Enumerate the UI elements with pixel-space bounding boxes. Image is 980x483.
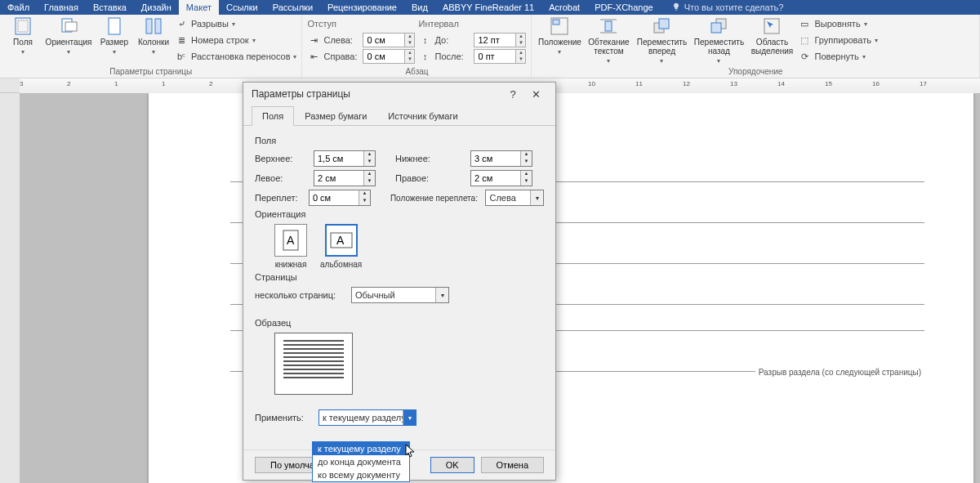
menu-abbyy[interactable]: ABBYY FineReader 11 (435, 0, 541, 15)
apply-option-whole-doc[interactable]: ко всему документу (313, 468, 409, 481)
group-label-paragraph: Абзац (307, 67, 526, 78)
size-icon (105, 16, 124, 36)
spacing-header: Интервал (418, 16, 526, 31)
bottom-margin-label: Нижнее: (395, 154, 464, 163)
orientation-button[interactable]: Ориентация▾ (44, 16, 93, 56)
line-numbers-icon: ≣ (175, 34, 188, 47)
margins-button[interactable]: Поля▾ (5, 16, 41, 56)
position-button[interactable]: Положение▾ (537, 16, 582, 56)
group-label-page-setup: Параметры страницы (5, 67, 296, 78)
send-backward-button[interactable]: Переместить назад▾ (692, 16, 746, 65)
orientation-landscape[interactable]: A альбомная (320, 224, 362, 269)
bring-forward-icon (652, 16, 671, 36)
breaks-icon: ⤶ (175, 17, 188, 30)
hyphenation-icon: bᶜ (175, 50, 188, 63)
lightbulb-icon (671, 2, 681, 12)
breaks-button[interactable]: ⤶Разрывы ▾ (175, 16, 296, 31)
apply-to-select[interactable]: к текущему разделу▾ (318, 409, 416, 426)
left-margin-label: Левое: (255, 173, 307, 183)
menu-home[interactable]: Главная (37, 0, 86, 15)
gutter-pos-label: Положение переплета: (390, 194, 479, 203)
top-margin-input[interactable]: ▲▼ (314, 150, 376, 167)
wrap-text-button[interactable]: Обтекание текстом▾ (586, 16, 631, 65)
multi-pages-label: несколько страниц: (255, 290, 345, 300)
right-margin-label: Правое: (395, 173, 464, 183)
line-numbers-button[interactable]: ≣Номера строк ▾ (175, 33, 296, 47)
indent-left-input[interactable]: ▲▼ (363, 33, 415, 47)
align-button[interactable]: ▭Выровнять ▾ (798, 16, 878, 31)
group-page-setup: Поля▾ Ориентация▾ Размер▾ Колонки▾ ⤶Разр… (0, 15, 302, 78)
orientation-icon (59, 16, 78, 36)
menu-design[interactable]: Дизайн (134, 0, 179, 15)
tab-paper[interactable]: Размер бумаги (294, 106, 377, 126)
group-arrange: Положение▾ Обтекание текстом▾ Переместит… (532, 15, 980, 78)
space-before-icon: ↕ (418, 34, 431, 47)
svg-text:A: A (336, 234, 345, 247)
close-button[interactable]: ✕ (524, 88, 547, 101)
menu-review[interactable]: Рецензирование (320, 0, 404, 15)
help-button[interactable]: ? (501, 88, 524, 101)
svg-rect-15 (711, 23, 721, 33)
svg-rect-4 (109, 18, 120, 34)
pages-header: Страницы (255, 272, 544, 282)
columns-button[interactable]: Колонки▾ (136, 16, 172, 56)
position-icon (550, 16, 569, 36)
indent-left-icon: ⇥ (307, 34, 320, 47)
svg-rect-13 (659, 19, 669, 29)
bring-forward-button[interactable]: Переместить вперед▾ (635, 16, 688, 65)
group-label-arrange: Упорядочение (537, 67, 974, 78)
margins-header: Поля (255, 136, 544, 145)
tell-me[interactable]: Что вы хотите сделать? (664, 0, 791, 15)
hyphenation-button[interactable]: bᶜРасстановка переносов ▾ (175, 49, 296, 64)
dialog-tabs: Поля Размер бумаги Источник бумаги (243, 105, 555, 126)
menu-file[interactable]: Файл (0, 0, 37, 15)
rotate-button[interactable]: ⟳Повернуть ▾ (798, 49, 878, 64)
selection-pane-button[interactable]: Область выделения (749, 16, 795, 56)
right-margin-input[interactable]: ▲▼ (470, 170, 532, 186)
svg-rect-16 (764, 19, 779, 34)
menu-acrobat[interactable]: Acrobat (541, 0, 587, 15)
menu-insert[interactable]: Вставка (86, 0, 134, 15)
orientation-portrait[interactable]: A книжная (274, 224, 307, 269)
bottom-margin-input[interactable]: ▲▼ (470, 150, 532, 167)
apply-to-dropdown: к текущему разделу до конца документа ко… (312, 441, 410, 482)
apply-option-current-section[interactable]: к текущему разделу (313, 442, 409, 455)
menu-pdfxchange[interactable]: PDF-XChange (587, 0, 661, 15)
gutter-label: Переплет: (255, 193, 302, 203)
indent-right-input[interactable]: ▲▼ (363, 49, 415, 64)
group-button[interactable]: ⬚Группировать ▾ (798, 33, 878, 47)
menu-view[interactable]: Вид (404, 0, 435, 15)
left-margin-input[interactable]: ▲▼ (314, 170, 376, 186)
vertical-ruler[interactable] (0, 93, 20, 483)
multi-pages-select[interactable]: Обычный▾ (351, 287, 449, 303)
page-setup-dialog: Параметры страницы ? ✕ Поля Размер бумаг… (243, 82, 556, 481)
space-before-input[interactable]: ▲▼ (474, 33, 526, 47)
space-after-input[interactable]: ▲▼ (474, 49, 526, 64)
align-icon: ▭ (798, 17, 811, 30)
space-after-icon: ↕ (418, 50, 431, 63)
svg-rect-1 (18, 20, 28, 32)
gutter-input[interactable]: ▲▼ (309, 190, 371, 206)
top-margin-label: Верхнее: (255, 154, 307, 163)
section-break-label: Разрыв раздела (со следующей страницы) (755, 368, 924, 377)
ribbon: Поля▾ Ориентация▾ Размер▾ Колонки▾ ⤶Разр… (0, 15, 980, 78)
tab-layout[interactable]: Источник бумаги (377, 106, 468, 126)
svg-text:A: A (287, 234, 295, 247)
tab-margins[interactable]: Поля (252, 106, 294, 126)
menu-references[interactable]: Ссылки (219, 0, 265, 15)
ok-button[interactable]: OK (430, 457, 474, 473)
cancel-button[interactable]: Отмена (481, 457, 544, 473)
selection-pane-icon (762, 16, 782, 36)
svg-rect-6 (155, 19, 161, 34)
apply-option-to-end[interactable]: до конца документа (313, 455, 409, 468)
menu-layout[interactable]: Макет (179, 0, 219, 15)
gutter-pos-select[interactable]: Слева▾ (485, 190, 544, 206)
columns-icon (144, 16, 163, 36)
svg-rect-8 (553, 20, 559, 25)
rotate-icon: ⟳ (798, 50, 811, 63)
menu-mailings[interactable]: Рассылки (265, 0, 320, 15)
menubar: Файл Главная Вставка Дизайн Макет Ссылки… (0, 0, 980, 15)
size-button[interactable]: Размер▾ (96, 16, 132, 56)
send-backward-icon (709, 16, 728, 36)
indent-header: Отступ (307, 16, 415, 31)
